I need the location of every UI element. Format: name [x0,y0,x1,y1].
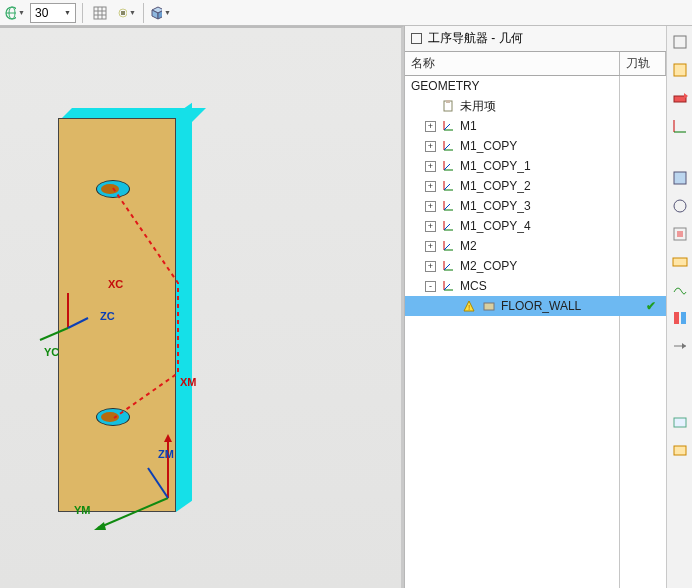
rb-tool-9[interactable] [670,280,690,300]
geometry-tree[interactable]: GEOMETRY 未用项 +M1+M1_COPY+M1_COPY_1+M1_CO… [405,76,666,588]
globe-dropdown[interactable]: ▼ [4,2,26,24]
3d-viewport[interactable]: XC ZC YC XM ZM YM [0,26,404,588]
rb-tool-4[interactable] [670,116,690,136]
axis-label-xc: XC [108,278,123,290]
tree-item-unused[interactable]: 未用项 [405,96,666,116]
wcs-triad [28,278,108,358]
svg-line-34 [444,184,450,190]
snap-icon [116,6,127,20]
tree-item[interactable]: +M1_COPY_1 [405,156,666,176]
column-track[interactable]: 刀轨 [620,52,666,75]
mcs-icon [440,139,456,153]
svg-rect-62 [677,231,683,237]
tree-label: M2_COPY [460,259,517,273]
expander-plus[interactable]: + [425,141,436,152]
separator [82,3,83,23]
globe-icon [5,6,16,20]
separator [143,3,144,23]
rb-tool-12[interactable] [670,412,690,432]
tree-item[interactable]: +M2_COPY [405,256,666,276]
svg-rect-52 [484,303,494,310]
tree-item[interactable]: +M1 [405,116,666,136]
tree-label: FLOOR_WALL [501,299,581,313]
svg-marker-17 [164,434,172,442]
expander-plus[interactable]: + [425,181,436,192]
tree-root[interactable]: GEOMETRY [405,76,666,96]
mcs-icon [440,119,456,133]
chevron-down-icon: ▼ [64,9,71,16]
panel-toggle-icon [411,33,422,44]
svg-rect-9 [121,11,125,15]
rb-tool-11[interactable] [670,336,690,356]
chevron-down-icon: ▼ [164,9,171,16]
mcs-icon [440,179,456,193]
grid-button[interactable] [89,2,111,24]
mcs-icon [440,279,456,293]
cube-dropdown[interactable]: ▼ [150,2,172,24]
svg-rect-53 [674,36,686,48]
rb-tool-6[interactable] [670,196,690,216]
axis-label-yc: YC [44,346,59,358]
svg-line-18 [98,498,168,528]
tree-item[interactable]: +M2 [405,236,666,256]
svg-rect-59 [674,172,686,184]
expander-plus[interactable]: + [425,121,436,132]
tree-label: M1_COPY_4 [460,219,531,233]
tree-label: MCS [460,279,487,293]
rb-tool-1[interactable] [670,32,690,52]
svg-text:!: ! [468,303,470,312]
tree-item-floor-wall[interactable]: ! FLOOR_WALL ✔ [405,296,666,316]
column-name[interactable]: 名称 [405,52,620,75]
svg-rect-64 [674,312,679,324]
snap-dropdown[interactable]: ▼ [115,2,137,24]
chevron-down-icon: ▼ [18,9,25,16]
operation-navigator-panel: 工序导航器 - 几何 名称 刀轨 GEOMETRY 未用项 +M1+M1_COP… [404,26,666,588]
tree-item[interactable]: +M1_COPY_4 [405,216,666,236]
rb-tool-10[interactable] [670,308,690,328]
expander-plus[interactable]: + [425,201,436,212]
size-value: 30 [35,6,48,20]
svg-rect-54 [674,64,686,76]
size-select[interactable]: 30 ▼ [30,3,76,23]
rb-tool-8[interactable] [670,252,690,272]
tree-item[interactable]: +M1_COPY_3 [405,196,666,216]
warning-icon: ! [461,299,477,313]
svg-line-43 [444,244,450,250]
tree-label: GEOMETRY [411,79,479,93]
tree-item-mcs[interactable]: - MCS [405,276,666,296]
rb-tool-7[interactable] [670,224,690,244]
grid-icon [93,6,107,20]
svg-rect-3 [94,7,106,19]
svg-line-15 [68,318,88,328]
rb-tool-13[interactable] [670,440,690,460]
panel-title: 工序导航器 - 几何 [428,30,523,47]
rb-tool-5[interactable] [670,168,690,188]
svg-marker-67 [682,343,686,349]
tree-item[interactable]: +M1_COPY_2 [405,176,666,196]
operation-icon [481,299,497,313]
panel-header[interactable]: 工序导航器 - 几何 [405,26,666,52]
expander-minus[interactable]: - [425,281,436,292]
expander-plus[interactable]: + [425,261,436,272]
svg-line-31 [444,164,450,170]
expander-none [425,101,436,112]
tree-label: M1_COPY_1 [460,159,531,173]
axis-label-ym: YM [74,504,91,516]
mcs-icon [440,239,456,253]
expander-plus[interactable]: + [425,221,436,232]
expander-plus[interactable]: + [425,241,436,252]
expander-plus[interactable]: + [425,161,436,172]
svg-line-40 [444,224,450,230]
tree-label: 未用项 [460,98,496,115]
tree-item[interactable]: +M1_COPY [405,136,666,156]
svg-line-25 [444,124,450,130]
status-check-icon: ✔ [646,299,656,313]
svg-rect-22 [446,100,450,103]
svg-line-20 [148,468,168,498]
tree-column-header: 名称 刀轨 [405,52,666,76]
axis-label-xm: XM [180,376,197,388]
cube-icon [151,6,162,20]
rb-tool-2[interactable] [670,60,690,80]
mcs-triad [78,428,188,538]
rb-tool-3[interactable] [670,88,690,108]
